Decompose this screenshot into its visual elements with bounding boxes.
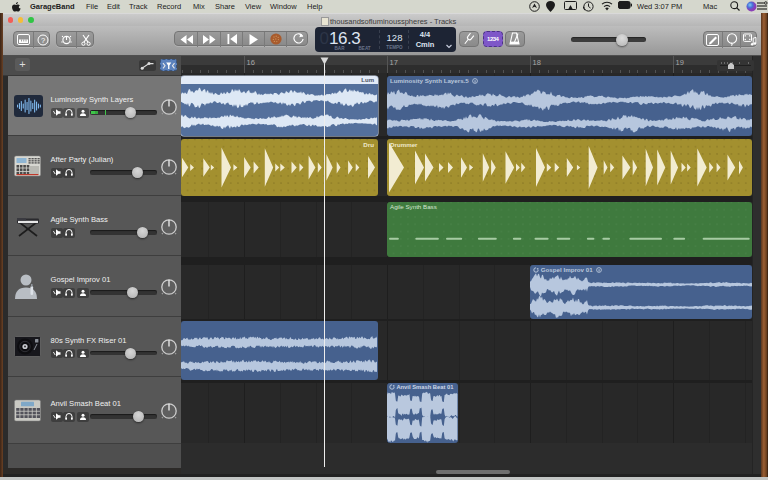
- svg-text:?: ?: [41, 35, 45, 44]
